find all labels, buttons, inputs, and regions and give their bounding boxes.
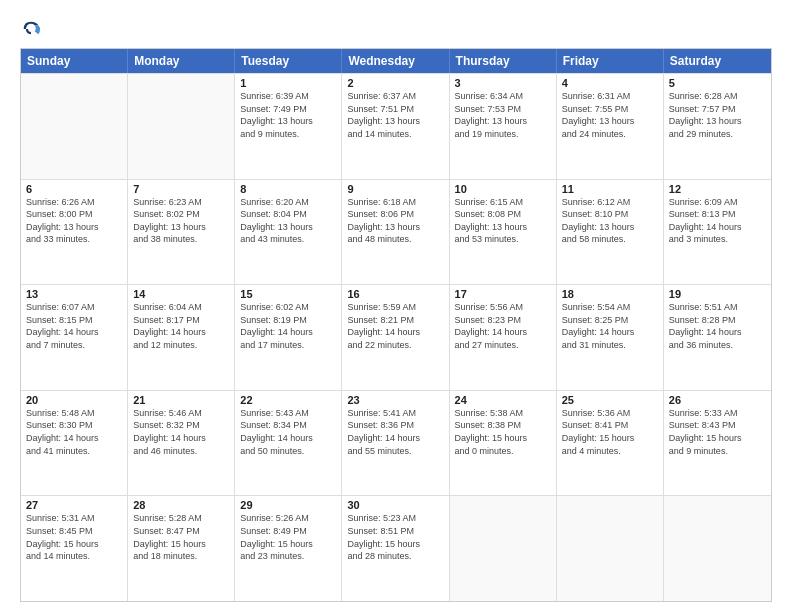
calendar-cell: 9Sunrise: 6:18 AM Sunset: 8:06 PM Daylig… [342,180,449,285]
day-number: 30 [347,499,443,511]
calendar-header: SundayMondayTuesdayWednesdayThursdayFrid… [21,49,771,73]
day-info: Sunrise: 5:23 AM Sunset: 8:51 PM Dayligh… [347,512,443,562]
day-info: Sunrise: 6:34 AM Sunset: 7:53 PM Dayligh… [455,90,551,140]
calendar-cell: 28Sunrise: 5:28 AM Sunset: 8:47 PM Dayli… [128,496,235,601]
calendar-cell: 25Sunrise: 5:36 AM Sunset: 8:41 PM Dayli… [557,391,664,496]
header-day-wednesday: Wednesday [342,49,449,73]
day-number: 14 [133,288,229,300]
day-info: Sunrise: 5:56 AM Sunset: 8:23 PM Dayligh… [455,301,551,351]
calendar-cell: 7Sunrise: 6:23 AM Sunset: 8:02 PM Daylig… [128,180,235,285]
calendar-cell: 18Sunrise: 5:54 AM Sunset: 8:25 PM Dayli… [557,285,664,390]
calendar-row-2: 13Sunrise: 6:07 AM Sunset: 8:15 PM Dayli… [21,284,771,390]
day-info: Sunrise: 6:04 AM Sunset: 8:17 PM Dayligh… [133,301,229,351]
calendar-cell: 21Sunrise: 5:46 AM Sunset: 8:32 PM Dayli… [128,391,235,496]
day-info: Sunrise: 5:33 AM Sunset: 8:43 PM Dayligh… [669,407,766,457]
calendar-cell [664,496,771,601]
day-info: Sunrise: 5:51 AM Sunset: 8:28 PM Dayligh… [669,301,766,351]
day-number: 1 [240,77,336,89]
calendar-cell [21,74,128,179]
calendar-cell: 14Sunrise: 6:04 AM Sunset: 8:17 PM Dayli… [128,285,235,390]
day-info: Sunrise: 6:39 AM Sunset: 7:49 PM Dayligh… [240,90,336,140]
calendar: SundayMondayTuesdayWednesdayThursdayFrid… [20,48,772,602]
calendar-cell: 19Sunrise: 5:51 AM Sunset: 8:28 PM Dayli… [664,285,771,390]
calendar-cell: 12Sunrise: 6:09 AM Sunset: 8:13 PM Dayli… [664,180,771,285]
day-number: 27 [26,499,122,511]
day-number: 24 [455,394,551,406]
day-number: 20 [26,394,122,406]
header-day-monday: Monday [128,49,235,73]
header-day-sunday: Sunday [21,49,128,73]
day-number: 15 [240,288,336,300]
day-number: 17 [455,288,551,300]
day-info: Sunrise: 6:28 AM Sunset: 7:57 PM Dayligh… [669,90,766,140]
calendar-cell: 1Sunrise: 6:39 AM Sunset: 7:49 PM Daylig… [235,74,342,179]
day-info: Sunrise: 6:07 AM Sunset: 8:15 PM Dayligh… [26,301,122,351]
day-info: Sunrise: 5:26 AM Sunset: 8:49 PM Dayligh… [240,512,336,562]
day-info: Sunrise: 5:48 AM Sunset: 8:30 PM Dayligh… [26,407,122,457]
day-info: Sunrise: 5:31 AM Sunset: 8:45 PM Dayligh… [26,512,122,562]
page: SundayMondayTuesdayWednesdayThursdayFrid… [0,0,792,612]
header-row [20,18,772,40]
day-info: Sunrise: 5:43 AM Sunset: 8:34 PM Dayligh… [240,407,336,457]
calendar-cell: 13Sunrise: 6:07 AM Sunset: 8:15 PM Dayli… [21,285,128,390]
day-info: Sunrise: 5:54 AM Sunset: 8:25 PM Dayligh… [562,301,658,351]
calendar-cell: 3Sunrise: 6:34 AM Sunset: 7:53 PM Daylig… [450,74,557,179]
calendar-cell: 6Sunrise: 6:26 AM Sunset: 8:00 PM Daylig… [21,180,128,285]
calendar-cell: 17Sunrise: 5:56 AM Sunset: 8:23 PM Dayli… [450,285,557,390]
day-number: 8 [240,183,336,195]
day-number: 11 [562,183,658,195]
day-info: Sunrise: 5:41 AM Sunset: 8:36 PM Dayligh… [347,407,443,457]
calendar-row-1: 6Sunrise: 6:26 AM Sunset: 8:00 PM Daylig… [21,179,771,285]
day-number: 25 [562,394,658,406]
logo-icon [20,18,42,40]
day-info: Sunrise: 5:36 AM Sunset: 8:41 PM Dayligh… [562,407,658,457]
day-number: 28 [133,499,229,511]
calendar-cell: 11Sunrise: 6:12 AM Sunset: 8:10 PM Dayli… [557,180,664,285]
calendar-cell [557,496,664,601]
calendar-body: 1Sunrise: 6:39 AM Sunset: 7:49 PM Daylig… [21,73,771,601]
day-number: 16 [347,288,443,300]
logo [20,18,44,40]
day-info: Sunrise: 6:26 AM Sunset: 8:00 PM Dayligh… [26,196,122,246]
day-info: Sunrise: 5:28 AM Sunset: 8:47 PM Dayligh… [133,512,229,562]
calendar-cell: 30Sunrise: 5:23 AM Sunset: 8:51 PM Dayli… [342,496,449,601]
calendar-cell: 5Sunrise: 6:28 AM Sunset: 7:57 PM Daylig… [664,74,771,179]
day-info: Sunrise: 6:37 AM Sunset: 7:51 PM Dayligh… [347,90,443,140]
day-number: 12 [669,183,766,195]
day-info: Sunrise: 6:23 AM Sunset: 8:02 PM Dayligh… [133,196,229,246]
calendar-cell: 2Sunrise: 6:37 AM Sunset: 7:51 PM Daylig… [342,74,449,179]
day-info: Sunrise: 6:12 AM Sunset: 8:10 PM Dayligh… [562,196,658,246]
day-info: Sunrise: 5:38 AM Sunset: 8:38 PM Dayligh… [455,407,551,457]
calendar-cell [450,496,557,601]
day-number: 21 [133,394,229,406]
day-number: 4 [562,77,658,89]
day-number: 29 [240,499,336,511]
day-number: 5 [669,77,766,89]
calendar-cell: 26Sunrise: 5:33 AM Sunset: 8:43 PM Dayli… [664,391,771,496]
calendar-cell: 15Sunrise: 6:02 AM Sunset: 8:19 PM Dayli… [235,285,342,390]
calendar-cell: 24Sunrise: 5:38 AM Sunset: 8:38 PM Dayli… [450,391,557,496]
day-info: Sunrise: 6:20 AM Sunset: 8:04 PM Dayligh… [240,196,336,246]
calendar-cell: 22Sunrise: 5:43 AM Sunset: 8:34 PM Dayli… [235,391,342,496]
day-number: 23 [347,394,443,406]
day-info: Sunrise: 6:15 AM Sunset: 8:08 PM Dayligh… [455,196,551,246]
day-number: 10 [455,183,551,195]
day-number: 19 [669,288,766,300]
day-info: Sunrise: 6:18 AM Sunset: 8:06 PM Dayligh… [347,196,443,246]
day-info: Sunrise: 5:46 AM Sunset: 8:32 PM Dayligh… [133,407,229,457]
calendar-cell: 16Sunrise: 5:59 AM Sunset: 8:21 PM Dayli… [342,285,449,390]
header-day-thursday: Thursday [450,49,557,73]
calendar-row-4: 27Sunrise: 5:31 AM Sunset: 8:45 PM Dayli… [21,495,771,601]
calendar-cell [128,74,235,179]
calendar-cell: 20Sunrise: 5:48 AM Sunset: 8:30 PM Dayli… [21,391,128,496]
day-number: 13 [26,288,122,300]
header-day-tuesday: Tuesday [235,49,342,73]
day-number: 18 [562,288,658,300]
day-info: Sunrise: 5:59 AM Sunset: 8:21 PM Dayligh… [347,301,443,351]
calendar-row-0: 1Sunrise: 6:39 AM Sunset: 7:49 PM Daylig… [21,73,771,179]
day-info: Sunrise: 6:09 AM Sunset: 8:13 PM Dayligh… [669,196,766,246]
day-number: 2 [347,77,443,89]
day-number: 3 [455,77,551,89]
calendar-cell: 29Sunrise: 5:26 AM Sunset: 8:49 PM Dayli… [235,496,342,601]
calendar-cell: 27Sunrise: 5:31 AM Sunset: 8:45 PM Dayli… [21,496,128,601]
